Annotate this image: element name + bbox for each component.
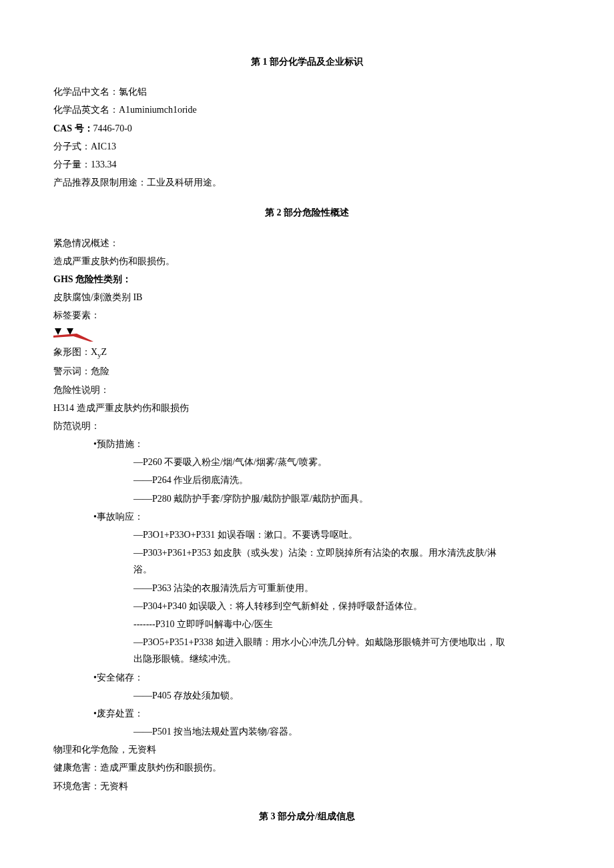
corrosion-icon	[53, 327, 93, 342]
env-value: 无资料	[100, 781, 128, 791]
use-label: 产品推荐及限制用途：	[53, 177, 147, 187]
env-label: 环境危害：	[53, 781, 100, 791]
storage-item: ——P405 存放处须加锁。	[53, 687, 561, 704]
phys-chem-line: 物理和化学危险，无资料	[53, 741, 561, 758]
disposal-item: ——P501 按当地法规处置内装物/容器。	[53, 723, 561, 740]
section2-title: 第 2 部分危险性概述	[53, 204, 561, 221]
name-en-label: 化学品英文名：	[53, 105, 119, 115]
response-item: —P3O1+P33O+P331 如误吞咽：漱口。不要诱导呕吐。	[53, 526, 561, 543]
hazard-statement-label: 危险性说明：	[53, 382, 561, 398]
prevention-item: ——P280 戴防护手套/穿防护服/戴防护眼罩/戴防护面具。	[53, 490, 561, 507]
hazard-statement-text: H314 造成严重皮肤灼伤和眼损伤	[53, 400, 561, 416]
emergency-label: 紧急情况概述：	[53, 235, 561, 252]
cas-label: CAS 号：	[53, 123, 93, 133]
env-line: 环境危害：无资料	[53, 778, 561, 795]
signal-line: 警示词：危险	[53, 363, 561, 380]
ghs-pictogram-image	[53, 325, 561, 342]
phys-chem-value: 无资料	[128, 745, 156, 755]
phys-chem-label: 物理和化学危险，	[53, 745, 128, 755]
name-cn-label: 化学品中文名：	[53, 87, 119, 97]
signal-value: 危险	[91, 366, 109, 376]
response-item: —P3O5+P351+P338 如进入眼睛：用水小心冲洗几分钟。如戴隐形眼镜并可…	[53, 634, 561, 667]
name-en-line: 化学品英文名：A1uminiumch1oride	[53, 101, 561, 118]
response-item: -------P310 立即呼叫解毒中心/医生	[53, 616, 561, 632]
label-elements-label: 标签要素：	[53, 307, 561, 324]
ghs-label: GHS 危险性类别：	[53, 271, 561, 288]
section3-title: 第 3 部分成分/组成信息	[53, 808, 561, 825]
storage-label: •安全储存：	[53, 669, 561, 686]
use-line: 产品推荐及限制用途：工业及科研用途。	[53, 174, 561, 191]
emergency-text: 造成严重皮肤灼伤和眼损伤。	[53, 253, 561, 270]
mw-value: 133.34	[91, 159, 117, 169]
mw-line: 分子量：133.34	[53, 156, 561, 173]
formula-value: AIC13	[91, 141, 116, 151]
mw-label: 分子量：	[53, 159, 91, 169]
response-item: —P303+P361+P353 如皮肤（或头发）沾染：立即脱掉所有沾染的衣服。用…	[53, 544, 561, 578]
prevention-label: •预防措施：	[53, 436, 561, 452]
ghs-text: 皮肤腐蚀/刺激类别 IB	[53, 289, 561, 306]
pictogram-label: 象形图：	[53, 347, 91, 357]
response-label: •事故响应：	[53, 508, 561, 525]
prevention-item: —P260 不要吸入粉尘/烟/气体/烟雾/蒸气/喷雾。	[53, 454, 561, 470]
signal-label: 警示词：	[53, 366, 91, 376]
health-label: 健康危害：	[53, 763, 100, 773]
svg-marker-0	[55, 328, 61, 335]
health-value: 造成严重皮肤灼伤和眼损伤。	[100, 763, 222, 773]
name-cn-line: 化学品中文名：氯化铝	[53, 83, 561, 100]
response-item: —P304+P340 如误吸入：将人转移到空气新鲜处，保持呼吸舒适体位。	[53, 598, 561, 614]
response-item: ——P363 沾染的衣服清洗后方可重新使用。	[53, 580, 561, 596]
svg-marker-2	[53, 334, 93, 342]
name-cn-value: 氯化铝	[119, 87, 147, 97]
name-en-value: A1uminiumch1oride	[119, 105, 197, 115]
svg-marker-1	[67, 328, 73, 335]
formula-label: 分子式：	[53, 141, 91, 151]
pictogram-value: XyZ	[91, 347, 107, 357]
precaution-label: 防范说明：	[53, 418, 561, 434]
pictogram-line: 象形图：XyZ	[53, 344, 561, 362]
formula-line: 分子式：AIC13	[53, 138, 561, 155]
prevention-item: ——P264 作业后彻底清洗。	[53, 472, 561, 488]
disposal-label: •废弃处置：	[53, 705, 561, 722]
cas-value: 7446-70-0	[93, 123, 132, 133]
use-value: 工业及科研用途。	[147, 177, 222, 187]
cas-line: CAS 号：7446-70-0	[53, 120, 561, 137]
section1-title: 第 1 部分化学品及企业标识	[53, 53, 561, 70]
health-line: 健康危害：造成严重皮肤灼伤和眼损伤。	[53, 759, 561, 776]
